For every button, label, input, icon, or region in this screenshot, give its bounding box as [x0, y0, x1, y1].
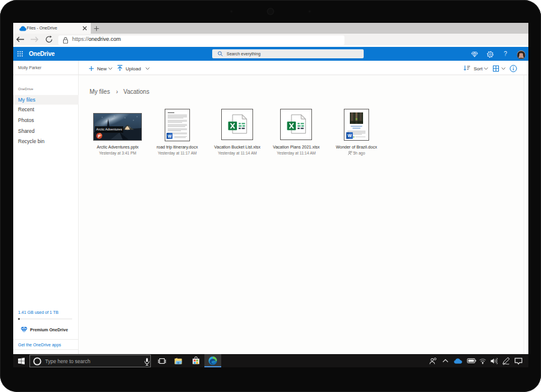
svg-text:P: P [97, 133, 100, 138]
svg-text:W: W [347, 133, 352, 138]
svg-text:W: W [168, 133, 172, 138]
